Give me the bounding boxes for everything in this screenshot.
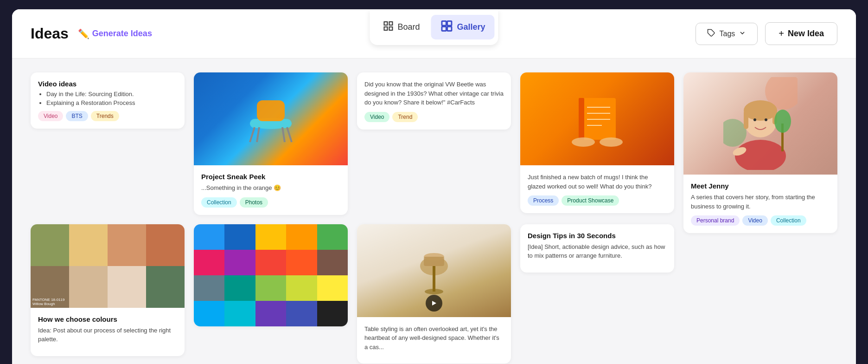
tag-process: Process xyxy=(528,195,559,206)
tags: Personal brand Video Collection xyxy=(691,215,830,226)
card-text: A series that covers her story, from sta… xyxy=(691,193,830,211)
svg-rect-1 xyxy=(389,22,392,25)
page-title: Ideas xyxy=(31,25,69,42)
board-view-button[interactable]: Board xyxy=(373,16,429,39)
card-body: Meet Jenny A series that covers her stor… xyxy=(683,175,837,233)
card-body: Project Sneak Peek ...Something in the o… xyxy=(194,165,348,215)
svg-rect-6 xyxy=(442,26,446,31)
new-idea-button[interactable]: + New Idea xyxy=(765,22,837,45)
svg-line-13 xyxy=(287,127,292,142)
card-title: How we choose colours xyxy=(38,315,177,323)
card-text: [Idea] Short, actionable design advice, … xyxy=(528,242,667,260)
gallery-label: Gallery xyxy=(457,22,485,32)
header-right: Tags + New Idea xyxy=(696,22,837,45)
svg-point-18 xyxy=(425,289,443,294)
board-icon xyxy=(383,20,394,34)
tags-icon xyxy=(707,29,715,39)
tag-video: Video xyxy=(38,111,63,121)
card-image-wrapper xyxy=(357,224,511,317)
generate-icon: ✏️ xyxy=(78,28,89,39)
tag-video: Video xyxy=(364,112,389,122)
svg-rect-5 xyxy=(447,21,452,26)
svg-point-31 xyxy=(723,119,747,147)
generate-label: Generate Ideas xyxy=(92,29,152,39)
card-image-chair xyxy=(194,72,348,165)
card-image-colorcards xyxy=(194,224,348,326)
svg-rect-11 xyxy=(257,100,285,121)
svg-point-34 xyxy=(744,100,777,121)
svg-point-37 xyxy=(753,118,756,121)
tags-label: Tags xyxy=(719,30,735,38)
card-design-tips[interactable]: Design Tips in 30 Seconds [Idea] Short, … xyxy=(520,224,674,273)
card-text: Idea: Post about our process of selectin… xyxy=(38,326,177,344)
app-container: Board Gallery Ideas ✏️ Generate Ideas xyxy=(12,9,856,364)
svg-point-32 xyxy=(735,140,786,170)
card-mugs-batch[interactable]: Just finished a new batch of mugs! I thi… xyxy=(520,72,674,213)
gallery-view-button[interactable]: Gallery xyxy=(431,15,495,39)
card-colours[interactable]: PANTONE 18-0119Willow Bough How we choos… xyxy=(31,224,185,356)
tag-personal-brand: Personal brand xyxy=(691,215,740,226)
svg-point-28 xyxy=(572,137,595,147)
generate-ideas-button[interactable]: ✏️ Generate Ideas xyxy=(78,28,152,39)
card-text: ...Something in the orange 😊 xyxy=(201,183,340,193)
svg-line-15 xyxy=(282,127,285,142)
svg-rect-3 xyxy=(389,27,392,30)
card-image-person xyxy=(683,72,837,175)
svg-line-12 xyxy=(250,127,255,142)
svg-point-41 xyxy=(774,110,791,133)
card-text: Table styling is an often overlooked art… xyxy=(364,325,504,352)
svg-marker-21 xyxy=(432,301,436,306)
tag-bts: BTS xyxy=(66,111,88,121)
card-title: Project Sneak Peek xyxy=(201,173,340,181)
svg-line-14 xyxy=(257,127,259,142)
board-label: Board xyxy=(397,22,420,32)
card-meet-jenny[interactable]: Meet Jenny A series that covers her stor… xyxy=(683,72,837,233)
tag-photos: Photos xyxy=(240,197,268,208)
card-body: Design Tips in 30 Seconds [Idea] Short, … xyxy=(520,224,674,273)
tags-button[interactable]: Tags xyxy=(696,23,758,45)
card-body: Just finished a new batch of mugs! I thi… xyxy=(520,165,674,213)
card-project-sneak-peek[interactable]: Project Sneak Peek ...Something in the o… xyxy=(194,72,348,215)
tag-video: Video xyxy=(742,215,767,226)
svg-rect-7 xyxy=(447,26,452,31)
card-title: Design Tips in 30 Seconds xyxy=(528,232,667,240)
swatch-label: PANTONE 18-0119Willow Bough xyxy=(31,266,69,308)
card-title: Video ideas xyxy=(38,80,177,88)
card-text: Did you know that the original VW Beetle… xyxy=(364,80,504,107)
card-body: Table styling is an often overlooked art… xyxy=(357,317,511,364)
tags: Video BTS Trends xyxy=(38,111,177,121)
svg-point-29 xyxy=(600,137,623,147)
tag-collection: Collection xyxy=(771,215,806,226)
tag-trends: Trends xyxy=(91,111,119,121)
tags: Video Trend xyxy=(364,112,504,122)
card-list: Day in the Life: Sourcing Edition. Expla… xyxy=(38,91,177,106)
header-left: Ideas ✏️ Generate Ideas xyxy=(31,25,152,42)
tag-collection: Collection xyxy=(201,197,237,208)
card-body: How we choose colours Idea: Post about o… xyxy=(31,308,185,356)
card-video-ideas[interactable]: Video ideas Day in the Life: Sourcing Ed… xyxy=(31,72,185,129)
card-text: Just finished a new batch of mugs! I thi… xyxy=(528,173,667,191)
chevron-down-icon xyxy=(739,29,746,39)
card-table-styling[interactable]: Table styling is an often overlooked art… xyxy=(357,224,511,364)
svg-rect-4 xyxy=(442,21,446,26)
card-image-swatches: PANTONE 18-0119Willow Bough xyxy=(31,224,185,308)
list-item: Day in the Life: Sourcing Edition. xyxy=(46,91,177,98)
tags: Process Product Showcase xyxy=(528,195,667,206)
card-image-book xyxy=(520,72,674,165)
card-title: Meet Jenny xyxy=(691,182,830,190)
card-body: Did you know that the original VW Beetle… xyxy=(357,72,511,130)
plus-icon: + xyxy=(779,28,784,39)
gallery-icon xyxy=(440,20,453,35)
tag-trend: Trend xyxy=(392,112,418,122)
video-play-icon xyxy=(426,295,442,312)
card-body: Video ideas Day in the Life: Sourcing Ed… xyxy=(31,72,185,129)
svg-rect-20 xyxy=(424,257,444,266)
view-switcher: Board Gallery xyxy=(370,9,498,45)
card-vw-beetle[interactable]: Did you know that the original VW Beetle… xyxy=(357,72,511,130)
svg-point-38 xyxy=(765,118,767,121)
card-color-cards[interactable] xyxy=(194,224,348,326)
gallery: Video ideas Day in the Life: Sourcing Ed… xyxy=(12,58,856,364)
tag-product-showcase: Product Showcase xyxy=(562,195,619,206)
list-item: Explaining a Restoration Process xyxy=(46,99,177,106)
svg-rect-35 xyxy=(744,110,748,129)
